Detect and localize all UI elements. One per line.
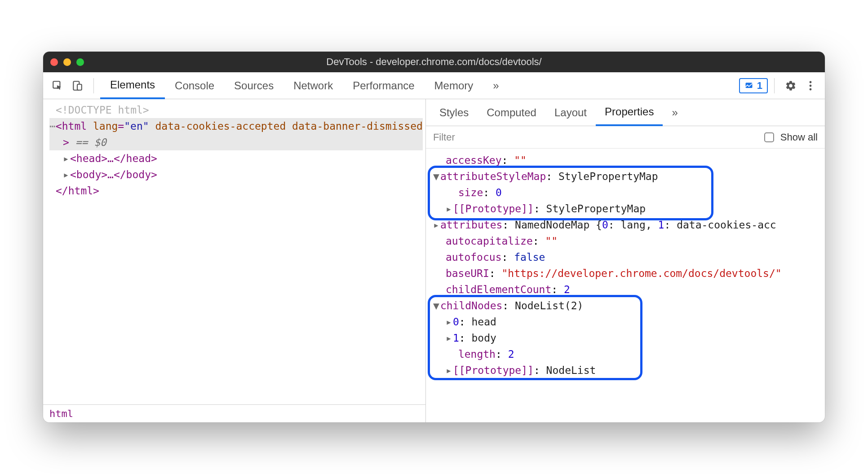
devtools-window: DevTools - developer.chrome.com/docs/dev… xyxy=(43,52,825,422)
svg-point-4 xyxy=(810,81,812,83)
tab-sources[interactable]: Sources xyxy=(224,72,283,99)
prop-childnodes-1[interactable]: ▸1: body xyxy=(430,330,821,346)
prop-length[interactable]: length: 2 xyxy=(430,346,821,362)
issues-icon xyxy=(744,81,753,90)
settings-icon[interactable] xyxy=(781,76,801,96)
prop-baseuri[interactable]: baseURI: "https://developer.chrome.com/d… xyxy=(430,265,821,281)
sidebar-tabs-overflow-icon[interactable]: » xyxy=(663,99,686,126)
sidebar-tabs: Styles Computed Layout Properties » xyxy=(426,99,825,126)
show-all-checkbox[interactable] xyxy=(764,132,774,142)
prop-childelementcount[interactable]: childElementCount: 2 xyxy=(430,281,821,298)
html-open-line[interactable]: ⋯<html lang="en" data-cookies-accepted d… xyxy=(49,118,423,134)
prop-size[interactable]: size: 0 xyxy=(430,184,821,201)
head-line[interactable]: ▸<head>…</head> xyxy=(49,150,423,167)
prop-autofocus[interactable]: autofocus: false xyxy=(430,249,821,265)
tab-elements[interactable]: Elements xyxy=(100,72,165,99)
filter-input[interactable] xyxy=(433,132,758,143)
html-open-line-2[interactable]: > == $0 xyxy=(49,134,423,150)
tab-memory[interactable]: Memory xyxy=(425,72,483,99)
prop-attributestylemap[interactable]: ▼attributeStyleMap: StylePropertyMap xyxy=(430,168,821,184)
tab-computed[interactable]: Computed xyxy=(478,99,545,126)
dom-tree[interactable]: <!DOCTYPE html> ⋯<html lang="en" data-co… xyxy=(43,99,425,404)
tabs-overflow-icon[interactable]: » xyxy=(483,72,509,99)
ellipsis-icon: ⋯ xyxy=(49,120,56,132)
issues-count: 1 xyxy=(757,80,762,92)
device-toolbar-icon[interactable] xyxy=(67,76,87,96)
window-title: DevTools - developer.chrome.com/docs/dev… xyxy=(43,56,825,68)
prop-childnodes-0[interactable]: ▸0: head xyxy=(430,314,821,330)
prop-prototype[interactable]: ▸[[Prototype]]: NodeList xyxy=(430,362,821,378)
properties-list[interactable]: accessKey: "" ▼attributeStyleMap: StyleP… xyxy=(426,149,825,382)
html-close-line[interactable]: </html> xyxy=(49,183,423,199)
tab-console[interactable]: Console xyxy=(165,72,224,99)
toolbar-separator xyxy=(93,78,94,93)
breadcrumb[interactable]: html xyxy=(43,404,425,422)
svg-point-5 xyxy=(810,84,812,87)
tab-styles[interactable]: Styles xyxy=(430,99,478,126)
show-all-label: Show all xyxy=(780,132,818,143)
prop-childnodes[interactable]: ▼childNodes: NodeList(2) xyxy=(430,298,821,314)
tab-performance[interactable]: Performance xyxy=(343,72,424,99)
kebab-menu-icon[interactable] xyxy=(801,76,820,96)
sidebar-panel: Styles Computed Layout Properties » Show… xyxy=(426,99,825,422)
svg-point-6 xyxy=(810,88,812,90)
tab-properties[interactable]: Properties xyxy=(596,99,663,126)
titlebar: DevTools - developer.chrome.com/docs/dev… xyxy=(43,52,825,72)
main-toolbar: Elements Console Sources Network Perform… xyxy=(43,72,825,99)
toolbar-separator xyxy=(774,78,775,93)
doctype-line[interactable]: <!DOCTYPE html> xyxy=(49,102,423,118)
tab-layout[interactable]: Layout xyxy=(545,99,596,126)
filter-bar: Show all xyxy=(426,126,825,149)
tab-network[interactable]: Network xyxy=(283,72,343,99)
issues-badge[interactable]: 1 xyxy=(739,78,768,93)
dom-panel: <!DOCTYPE html> ⋯<html lang="en" data-co… xyxy=(43,99,426,422)
inspect-element-icon[interactable] xyxy=(48,76,67,96)
svg-rect-2 xyxy=(77,84,82,90)
prop-autocapitalize[interactable]: autocapitalize: "" xyxy=(430,233,821,249)
prop-accesskey[interactable]: accessKey: "" xyxy=(430,152,821,168)
prop-prototype[interactable]: ▸[[Prototype]]: StylePropertyMap xyxy=(430,201,821,217)
main-split: <!DOCTYPE html> ⋯<html lang="en" data-co… xyxy=(43,99,825,422)
body-line[interactable]: ▸<body>…</body> xyxy=(49,167,423,183)
prop-attributes[interactable]: ▸attributes: NamedNodeMap {0: lang, 1: d… xyxy=(430,217,821,233)
